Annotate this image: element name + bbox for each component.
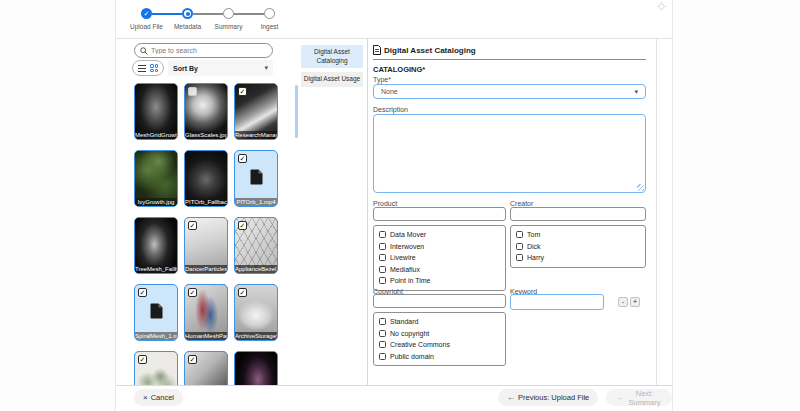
tile-checkbox[interactable]: ✓: [138, 288, 147, 297]
checkbox[interactable]: [379, 277, 386, 284]
asset-tile[interactable]: TreeMesh_Fallba: [134, 217, 178, 274]
checkbox[interactable]: [379, 341, 386, 348]
search-input[interactable]: [151, 47, 267, 54]
resize-handle[interactable]: [637, 184, 644, 191]
step-label: Summary: [215, 23, 243, 30]
step-circle-icon[interactable]: [182, 8, 193, 19]
checkbox-option-label: Mediaflux: [390, 266, 420, 273]
step-circle-icon[interactable]: ✓: [141, 8, 152, 19]
asset-tile[interactable]: GlassScales.jpg: [184, 83, 228, 140]
chevron-down-icon: ▾: [634, 88, 638, 96]
step-label: Upload File: [130, 23, 163, 30]
asset-tile[interactable]: ✓HumanMeshPartic: [184, 284, 228, 341]
description-field-wrap: [373, 114, 646, 193]
tile-checkbox[interactable]: [188, 87, 197, 96]
checkbox-option[interactable]: Standard: [379, 316, 500, 328]
asset-tile[interactable]: [234, 351, 278, 385]
checkbox-option[interactable]: No copyright: [379, 328, 500, 340]
checkbox-option[interactable]: Data Mover: [379, 229, 500, 241]
grid-view-icon[interactable]: [150, 64, 158, 72]
step-circle-icon[interactable]: [223, 8, 234, 19]
asset-tile[interactable]: MeshGridGrowth.: [134, 83, 178, 140]
arrow-right-icon: →: [615, 394, 623, 402]
arrow-left-icon: ←: [507, 394, 515, 402]
keyword-remove-button[interactable]: -: [618, 297, 628, 307]
step-summary[interactable]: Summary: [223, 8, 234, 19]
asset-tile[interactable]: ✓: [184, 351, 228, 385]
asset-filename: GlassScales.jpg: [185, 131, 227, 139]
nav-item-digital-asset-cataloging[interactable]: Digital Asset Cataloging: [301, 45, 363, 68]
tile-checkbox[interactable]: ✓: [188, 288, 197, 297]
checkbox-option[interactable]: Point in Time: [379, 275, 500, 287]
copyright-input[interactable]: [373, 294, 506, 308]
checkbox-option[interactable]: Harry: [516, 252, 640, 264]
step-metadata[interactable]: Metadata: [182, 8, 193, 19]
checkbox-option[interactable]: Creative Commons: [379, 339, 500, 351]
tile-checkbox[interactable]: ✓: [238, 221, 247, 230]
asset-filename: PITOrb_1.mp4: [235, 198, 277, 206]
type-select[interactable]: None ▾: [373, 84, 646, 99]
step-ingest[interactable]: Ingest: [264, 8, 275, 19]
cancel-button[interactable]: × Cancel: [134, 389, 183, 406]
asset-tile[interactable]: ✓ApplianceBezel_F: [234, 217, 278, 274]
checkbox[interactable]: [379, 353, 386, 360]
asset-grid: MeshGridGrowth.GlassScales.jpg✓ResearchM…: [134, 83, 280, 385]
description-textarea[interactable]: [374, 115, 645, 192]
asset-tile[interactable]: PITOrb_Fallback.j: [184, 150, 228, 207]
product-options: Data MoverInterwovenLivewireMediafluxPoi…: [373, 225, 506, 291]
asset-tile[interactable]: ✓SpiralMesh_1.mp: [134, 284, 178, 341]
step-label: Ingest: [261, 23, 279, 30]
tile-checkbox[interactable]: ✓: [138, 355, 147, 364]
checkbox-option[interactable]: Mediaflux: [379, 264, 500, 276]
asset-filename: MeshGridGrowth.: [135, 131, 177, 139]
asset-tile[interactable]: ✓ResearchManage: [234, 83, 278, 140]
checkbox[interactable]: [379, 231, 386, 238]
step-circle-icon[interactable]: [264, 8, 275, 19]
grid-scrollbar[interactable]: [295, 85, 298, 138]
creator-input[interactable]: [510, 207, 646, 221]
step-connector: [234, 13, 264, 15]
previous-button[interactable]: ← Previous: Upload File: [498, 389, 598, 406]
next-button[interactable]: → Next: Summary: [606, 389, 672, 406]
view-toggle[interactable]: [132, 60, 164, 76]
creator-label: Creator: [510, 200, 533, 207]
tile-checkbox[interactable]: ✓: [238, 154, 247, 163]
checkbox-option[interactable]: Dick: [516, 241, 640, 253]
nav-item-digital-asset-usage[interactable]: Digital Asset Usage: [301, 72, 363, 87]
product-input[interactable]: [373, 207, 506, 221]
asset-tile[interactable]: ✓ArchiveStorageSc: [234, 284, 278, 341]
gear-icon[interactable]: [657, 2, 666, 11]
tile-checkbox[interactable]: ✓: [238, 288, 247, 297]
checkbox[interactable]: [516, 231, 523, 238]
type-label: Type*: [373, 76, 391, 83]
checkbox[interactable]: [379, 266, 386, 273]
keyword-input[interactable]: [510, 294, 604, 310]
step-upload-file[interactable]: ✓Upload File: [141, 8, 152, 19]
asset-tile[interactable]: IvyGrowth.jpg: [134, 150, 178, 207]
list-view-icon[interactable]: [138, 65, 146, 72]
checkbox[interactable]: [516, 254, 523, 261]
keyword-add-button[interactable]: +: [630, 297, 640, 307]
checkbox[interactable]: [379, 318, 386, 325]
checkbox[interactable]: [379, 254, 386, 261]
checkbox-option[interactable]: Interwoven: [379, 241, 500, 253]
description-label: Description: [373, 106, 408, 113]
checkbox-option[interactable]: Livewire: [379, 252, 500, 264]
checkbox-option[interactable]: Public domain: [379, 351, 500, 363]
tile-checkbox[interactable]: ✓: [238, 87, 247, 96]
asset-tile[interactable]: ✓DancerParticles_F: [184, 217, 228, 274]
checkbox[interactable]: [379, 243, 386, 250]
checkbox-option[interactable]: Tom: [516, 229, 640, 241]
asset-tile[interactable]: ✓: [134, 351, 178, 385]
checkbox[interactable]: [379, 330, 386, 337]
checkbox[interactable]: [516, 243, 523, 250]
asset-tile[interactable]: ✓PITOrb_1.mp4: [234, 150, 278, 207]
step-label: Metadata: [174, 23, 201, 30]
search-box[interactable]: [134, 43, 273, 58]
tile-checkbox[interactable]: ✓: [188, 221, 197, 230]
sort-by-dropdown[interactable]: Sort By ▾: [168, 60, 273, 76]
checkbox-option-label: No copyright: [390, 330, 429, 337]
form-scroll-divider: [656, 38, 657, 385]
footer-divider: [116, 385, 672, 386]
tile-checkbox[interactable]: ✓: [188, 355, 197, 364]
